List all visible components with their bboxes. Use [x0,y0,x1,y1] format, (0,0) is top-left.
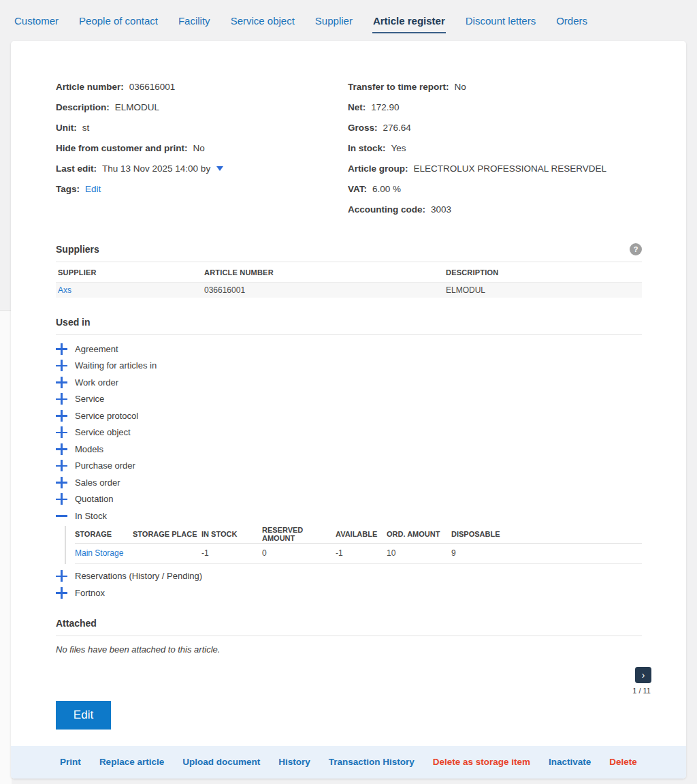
field-gross: Gross: 276.64 [348,117,642,138]
expand-icon[interactable] [56,460,67,471]
tab-orders[interactable]: Orders [556,15,587,27]
suppliers-table-header: SUPPLIER ARTICLE NUMBER DESCRIPTION [56,262,642,283]
expand-icon[interactable] [56,426,67,438]
field-tags: Tags: Edit [56,178,348,199]
used-in-item-service-object[interactable]: Service object [56,424,642,441]
field-description: Description: ELMODUL [56,97,348,117]
no-attachments-message: No files have been attached to this arti… [56,644,642,655]
expand-icon[interactable] [56,377,67,388]
field-article-number: Article number: 036616001 [56,76,348,97]
suppliers-title: Suppliers [56,244,99,255]
tab-discount-letters[interactable]: Discount letters [466,15,536,27]
tab-people-of-contact[interactable]: People of contact [79,15,158,27]
expand-icon[interactable] [56,587,67,599]
details-left-column: Article number: 036616001 Description: E… [56,76,348,219]
background-card-edge [0,310,12,784]
in-stock-value: -1 [201,548,262,558]
used-in-item-quotation[interactable]: Quotation [56,491,642,508]
tab-facility[interactable]: Facility [178,15,210,27]
edit-tags-link[interactable]: Edit [85,184,101,194]
collapse-icon[interactable] [56,510,67,522]
field-article-group: Article group: ELECTROLUX PROFESSIONAL R… [348,158,642,178]
field-vat: VAT: 6.00 % [348,178,642,199]
attached-title: Attached [56,618,97,629]
delete-link[interactable]: Delete [609,757,637,767]
article-details: Article number: 036616001 Description: E… [56,41,642,219]
used-in-item-in-stock[interactable]: In Stock [56,507,642,524]
field-accounting-code: Accounting code: 3003 [348,199,642,219]
in-stock-table-row: Main Storage -1 0 -1 10 9 [75,544,642,564]
in-stock-expanded-panel: STORAGE STORAGE PLACE IN STOCK RESERVED … [65,526,642,564]
suppliers-section: Suppliers ? SUPPLIER ARTICLE NUMBER DESC… [56,242,642,298]
expand-icon[interactable] [56,343,67,355]
expand-icon[interactable] [56,360,67,371]
supplier-description: ELMODUL [446,285,642,295]
field-in-stock: In stock: Yes [348,138,642,158]
used-in-section: Used in Agreement Waiting for articles i… [56,315,642,601]
field-last-edit: Last edit: Thu 13 Nov 2025 14:00 by [56,158,348,178]
supplier-table-row: Axs 036616001 ELMODUL [56,283,642,298]
help-icon[interactable]: ? [630,243,642,255]
chevron-right-icon: › [642,668,645,683]
section-divider [56,636,642,636]
supplier-link[interactable]: Axs [58,285,71,295]
storage-link[interactable]: Main Storage [75,548,123,558]
used-in-item-work-order[interactable]: Work order [56,374,642,391]
field-net: Net: 172.90 [348,97,642,117]
expand-icon[interactable] [56,393,67,405]
in-stock-table-header: STORAGE STORAGE PLACE IN STOCK RESERVED … [75,526,642,544]
reserved-amount-value: 0 [262,548,336,558]
used-in-item-agreement[interactable]: Agreement [56,341,642,358]
details-right-column: Transfer to time report: No Net: 172.90 … [348,76,642,219]
ord-amount-value: 10 [387,548,451,558]
field-unit: Unit: st [56,117,348,138]
inactivate-link[interactable]: Inactivate [549,757,591,767]
used-in-item-reservations[interactable]: Reservations (History / Pending) [56,568,642,585]
used-in-item-service-protocol[interactable]: Service protocol [56,407,642,424]
expand-icon[interactable] [56,443,67,455]
field-transfer-to-time-report: Transfer to time report: No [348,76,642,97]
field-hide-from-customer: Hide from customer and print: No [56,138,348,158]
supplier-article-number: 036616001 [204,285,446,295]
tab-service-object[interactable]: Service object [231,15,295,27]
tab-article-register[interactable]: Article register [373,15,445,27]
expand-icon[interactable] [56,477,67,488]
expand-icon[interactable] [56,410,67,422]
used-in-title: Used in [56,317,91,328]
tab-supplier[interactable]: Supplier [315,15,353,27]
edit-button[interactable]: Edit [56,701,111,730]
last-edit-dropdown-icon[interactable] [216,166,223,171]
used-in-item-service[interactable]: Service [56,391,642,408]
footer-action-bar: Print Replace article Upload document Hi… [11,746,686,779]
top-tab-bar: Customer People of contact Facility Serv… [0,0,697,41]
delete-as-storage-item-link[interactable]: Delete as storage item [433,757,530,767]
print-link[interactable]: Print [60,757,81,767]
expand-icon[interactable] [56,493,67,505]
used-in-item-waiting-for-articles-in[interactable]: Waiting for articles in [56,358,642,375]
record-pager: › 1 / 11 [11,667,686,695]
tab-customer[interactable]: Customer [14,15,59,27]
transaction-history-link[interactable]: Transaction History [329,757,415,767]
upload-document-link[interactable]: Upload document [182,757,260,767]
used-in-item-models[interactable]: Models [56,441,642,458]
attached-section: Attached No files have been attached to … [56,616,642,655]
pager-position-label: 1 / 11 [632,687,651,695]
replace-article-link[interactable]: Replace article [99,757,164,767]
used-in-item-sales-order[interactable]: Sales order [56,474,642,491]
next-record-button[interactable]: › [635,667,651,683]
expand-icon[interactable] [56,570,67,582]
history-link[interactable]: History [278,757,310,767]
used-in-item-fortnox[interactable]: Fortnox [56,584,642,601]
disposable-value: 9 [451,548,642,558]
available-value: -1 [336,548,387,558]
used-in-item-purchase-order[interactable]: Purchase order [56,458,642,475]
article-detail-card: Article number: 036616001 Description: E… [11,41,686,779]
